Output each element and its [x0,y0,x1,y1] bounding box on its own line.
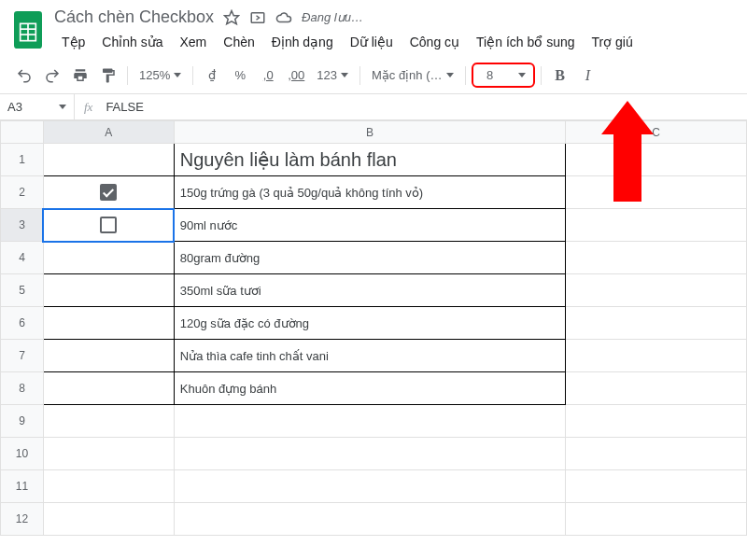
sheets-logo[interactable] [11,7,45,52]
cell-C6[interactable] [566,307,747,340]
cell-B11[interactable] [174,470,565,503]
number-format-dropdown[interactable]: 123 [311,64,354,86]
row-header-4[interactable]: 4 [1,242,44,274]
col-header-B[interactable]: B [174,121,565,144]
cell-B3[interactable]: 90ml nước [174,209,565,242]
row-header-9[interactable]: 9 [1,405,44,438]
cell-C1[interactable] [566,144,747,176]
row-header-11[interactable]: 11 [1,470,44,503]
menu-tools[interactable]: Công cụ [402,31,467,53]
cell-C8[interactable] [566,372,747,405]
cell-A3[interactable] [43,209,174,242]
cell-C2[interactable] [566,176,747,209]
row-header-8[interactable]: 8 [1,372,44,405]
font-dropdown[interactable]: Mặc định (… [366,64,459,86]
cell-C4[interactable] [566,242,747,274]
cell-A7[interactable] [43,340,174,372]
menu-insert[interactable]: Chèn [216,31,261,53]
select-all-corner[interactable] [1,121,44,144]
cell-B10[interactable] [174,438,565,470]
cell-A6[interactable] [43,307,174,340]
col-header-C[interactable]: C [566,121,747,144]
menu-view[interactable]: Xem [173,31,215,53]
row-header-10[interactable]: 10 [1,438,44,470]
cell-B1[interactable]: Nguyên liệu làm bánh flan [174,144,565,176]
cloud-sync-icon [275,9,292,26]
cell-C11[interactable] [566,470,747,503]
svg-marker-5 [225,10,239,23]
menu-help[interactable]: Trợ giú [585,31,641,53]
redo-button[interactable] [39,63,65,89]
cell-A12[interactable] [43,503,174,536]
menu-addons[interactable]: Tiện ích bổ sung [469,31,582,53]
zoom-dropdown[interactable]: 125% [134,64,187,86]
cell-B5[interactable]: 350ml sữa tươi [174,274,565,307]
svg-rect-6 [251,12,264,22]
currency-button[interactable]: ₫ [199,63,225,89]
chevron-down-icon [518,73,526,77]
decrease-decimal-button[interactable]: ,0 [255,63,281,89]
saving-status: Đang lưu… [302,10,363,24]
row-header-2[interactable]: 2 [1,176,44,209]
cell-A10[interactable] [43,438,174,470]
cell-B2[interactable]: 150g trứng gà (3 quả 50g/quả không tính … [174,176,565,209]
print-button[interactable] [67,63,93,89]
checkbox-checked-icon[interactable] [100,184,117,201]
row-header-6[interactable]: 6 [1,307,44,340]
cell-C7[interactable] [566,340,747,372]
cell-C10[interactable] [566,438,747,470]
move-icon[interactable] [249,9,266,26]
cell-B6[interactable]: 120g sữa đặc có đường [174,307,565,340]
toolbar: 125% ₫ % ,0 ,00 123 Mặc định (… 8 B I [0,57,747,94]
checkbox-unchecked-icon[interactable] [100,217,117,233]
bold-button[interactable]: B [547,63,573,89]
cell-A2[interactable] [43,176,174,209]
cell-B7[interactable]: Nửa thìa cafe tinh chất vani [174,340,565,372]
star-icon[interactable] [223,9,240,26]
formula-input[interactable]: FALSE [102,100,147,114]
paint-format-button[interactable] [95,63,121,89]
menu-bar: Tệp Chỉnh sửa Xem Chèn Định dạng Dữ liệu… [54,27,736,57]
cell-C9[interactable] [566,405,747,438]
percent-button[interactable]: % [227,63,253,89]
cell-B9[interactable] [174,405,565,438]
row-header-3[interactable]: 3 [1,209,44,242]
menu-file[interactable]: Tệp [54,31,92,53]
name-box[interactable]: A3 [0,94,75,119]
cell-A5[interactable] [43,274,174,307]
cell-A11[interactable] [43,470,174,503]
italic-button[interactable]: I [575,63,601,89]
cell-A4[interactable] [43,242,174,274]
cell-C5[interactable] [566,274,747,307]
cell-B4[interactable]: 80gram đường [174,242,565,274]
row-header-1[interactable]: 1 [1,144,44,176]
font-size-input[interactable]: 8 [472,63,535,88]
undo-button[interactable] [11,63,37,89]
cell-C3[interactable] [566,209,747,242]
fx-label: fx [75,100,102,115]
increase-decimal-button[interactable]: ,00 [283,63,309,89]
cell-A9[interactable] [43,405,174,438]
row-header-7[interactable]: 7 [1,340,44,372]
menu-data[interactable]: Dữ liệu [343,31,401,53]
doc-title[interactable]: Cách chèn Checkbox [54,7,214,27]
col-header-A[interactable]: A [43,121,174,144]
cell-A1[interactable] [43,144,174,176]
cell-A8[interactable] [43,372,174,405]
chevron-down-icon [59,105,66,109]
row-header-12[interactable]: 12 [1,503,44,536]
cell-B8[interactable]: Khuôn đựng bánh [174,372,565,405]
menu-format[interactable]: Định dạng [264,31,341,53]
row-header-5[interactable]: 5 [1,274,44,307]
menu-edit[interactable]: Chỉnh sửa [94,31,170,53]
cell-B12[interactable] [174,503,565,536]
cell-C12[interactable] [566,503,747,536]
